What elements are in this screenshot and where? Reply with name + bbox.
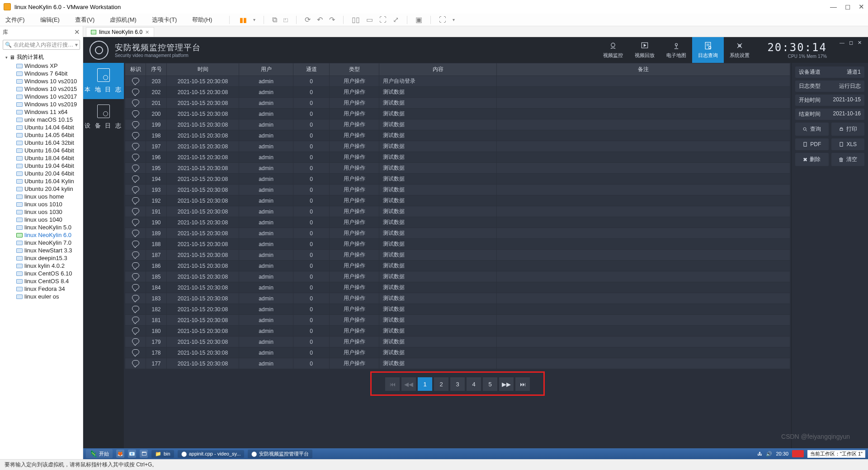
files-icon[interactable]: 🗔 xyxy=(140,450,148,458)
pause-icon[interactable]: ▮▮ xyxy=(240,16,247,24)
table-row[interactable]: 1922021-10-15 20:30:08admin0用户操作测试数据 xyxy=(125,195,790,206)
table-row[interactable]: 1822021-10-15 20:30:08admin0用户操作测试数据 xyxy=(125,304,790,315)
table-row[interactable]: 1982021-10-15 20:30:08admin0用户操作测试数据 xyxy=(125,130,790,141)
vm-tree-item[interactable]: Windows 11 x64 xyxy=(0,108,83,116)
close-icon[interactable]: ✕ xyxy=(859,3,864,11)
task-editor[interactable]: ⬤appinit.cpp - video_sy... xyxy=(178,450,245,458)
vm-tree-item[interactable]: Windows 10 vs2010 xyxy=(0,77,83,85)
print-button[interactable]: 打印 xyxy=(831,123,865,136)
vm-tree-item[interactable]: Ubuntu 20.04 kylin xyxy=(0,185,83,193)
table-row[interactable]: 1992021-10-15 20:30:08admin0用户操作测试数据 xyxy=(125,119,790,130)
page-first-icon[interactable]: ⏮ xyxy=(385,377,400,391)
clear-button[interactable]: 🗑清空 xyxy=(831,153,865,166)
fit-guest-icon[interactable]: ⛶ xyxy=(379,16,387,24)
table-row[interactable]: 1812021-10-15 20:30:08admin0用户操作测试数据 xyxy=(125,315,790,326)
vm-tree-item[interactable]: linux CentOS 6.10 xyxy=(0,270,83,277)
column-header[interactable]: 备注 xyxy=(497,63,790,76)
unity-icon[interactable]: ▭ xyxy=(366,15,373,24)
page-number[interactable]: 4 xyxy=(467,377,481,391)
stretch-icon[interactable]: ⤢ xyxy=(393,15,399,24)
table-row[interactable]: 1892021-10-15 20:30:08admin0用户操作测试数据 xyxy=(125,228,790,239)
tray-record-icon[interactable] xyxy=(792,450,804,457)
nav-log[interactable]: 日志查询 xyxy=(692,37,724,63)
query-button[interactable]: 查询 xyxy=(795,123,829,136)
column-header[interactable]: 时间 xyxy=(167,63,239,76)
table-row[interactable]: 1952021-10-15 20:30:08admin0用户操作测试数据 xyxy=(125,163,790,174)
vm-tree-item[interactable]: linux kylin 4.0.2 xyxy=(0,262,83,270)
table-row[interactable]: 1882021-10-15 20:30:08admin0用户操作测试数据 xyxy=(125,239,790,250)
vm-tree-item[interactable]: linux NeoKylin 6.0 xyxy=(0,231,83,239)
vm-tree-item[interactable]: Ubuntu 16.04 64bit xyxy=(0,147,83,154)
library-search[interactable]: 🔍 在此处键入内容进行搜… ▾ xyxy=(3,40,80,50)
vm-tree-item[interactable]: unix macOS 10.15 xyxy=(0,116,83,123)
vm-tree-item[interactable]: linux NeoKylin 7.0 xyxy=(0,239,83,247)
table-row[interactable]: 1862021-10-15 20:30:08admin0用户操作测试数据 xyxy=(125,261,790,271)
vm-tree-item[interactable]: linux Fedora 34 xyxy=(0,285,83,293)
minimize-icon[interactable]: — xyxy=(830,3,837,11)
start-menu[interactable]: 🦎开始 xyxy=(86,449,113,458)
workspace-indicator[interactable]: 当前工作区："工作区 1" xyxy=(807,450,865,458)
nav-map[interactable]: 电子地图 xyxy=(660,37,692,63)
start-date-input[interactable]: 开始时间2021-10-15 xyxy=(795,95,864,106)
tab-local-log[interactable]: 本 地 日 志 xyxy=(83,63,124,99)
log-type-select[interactable]: 日志类型运行日志 xyxy=(795,81,864,92)
vm-tree-item[interactable]: linux NeoKylin 5.0 xyxy=(0,223,83,231)
table-row[interactable]: 1872021-10-15 20:30:08admin0用户操作测试数据 xyxy=(125,250,790,261)
maximize-icon[interactable]: ◻ xyxy=(845,3,850,11)
table-row[interactable]: 1782021-10-15 20:30:08admin0用户操作测试数据 xyxy=(125,347,790,358)
menu-item[interactable]: 文件(F) xyxy=(5,16,25,24)
tray-network-icon[interactable]: 🖧 xyxy=(757,451,762,456)
vm-tree-item[interactable]: Ubuntu 18.04 64bit xyxy=(0,154,83,162)
dropdown-icon[interactable]: ▾ xyxy=(75,42,78,48)
vm-tree-item[interactable]: Ubuntu 19.04 64bit xyxy=(0,162,83,170)
app-maximize-icon[interactable]: ◻ xyxy=(849,40,853,46)
vm-tree-item[interactable]: Windows 7 64bit xyxy=(0,70,83,77)
vm-tree-item[interactable]: Ubuntu 20.04 64bit xyxy=(0,170,83,177)
table-row[interactable]: 1802021-10-15 20:30:08admin0用户操作测试数据 xyxy=(125,326,790,337)
vm-tree[interactable]: ▾🖥我的计算机 Windows XPWindows 7 64bitWindows… xyxy=(0,52,83,459)
menu-item[interactable]: 选项卡(T) xyxy=(152,16,177,24)
nav-video[interactable]: 视频监控 xyxy=(597,37,629,63)
clock-fwd-icon[interactable]: ↷ xyxy=(329,15,335,24)
table-row[interactable]: 1972021-10-15 20:30:08admin0用户操作测试数据 xyxy=(125,141,790,152)
tray-time[interactable]: 20:30 xyxy=(776,451,788,456)
table-row[interactable]: 1902021-10-15 20:30:08admin0用户操作测试数据 xyxy=(125,217,790,228)
app-close-icon[interactable]: ✕ xyxy=(858,40,862,46)
vm-tree-item[interactable]: Ubuntu 14.04 64bit xyxy=(0,123,83,131)
linux-taskbar[interactable]: 🦎开始 🦊 📧 🗔 📁bin ⬤appinit.cpp - video_sy..… xyxy=(83,448,868,459)
menu-item[interactable]: 帮助(H) xyxy=(192,16,212,24)
tab-device-log[interactable]: 设 备 日 志 xyxy=(83,99,124,135)
table-row[interactable]: 1932021-10-15 20:30:08admin0用户操作测试数据 xyxy=(125,185,790,195)
screenshot-icon[interactable]: ⏍ xyxy=(283,16,288,24)
device-channel-select[interactable]: 设备通道通道1 xyxy=(795,66,864,78)
task-security-app[interactable]: ⬤安防视频监控管理平台 xyxy=(248,450,312,458)
table-row[interactable]: 2032021-10-15 20:30:08admin0用户操作用户自动登录 xyxy=(125,76,790,87)
table-row[interactable]: 1912021-10-15 20:30:08admin0用户操作测试数据 xyxy=(125,206,790,217)
single-view-icon[interactable]: ▯▯ xyxy=(352,15,360,24)
column-header[interactable]: 用户 xyxy=(239,63,293,76)
table-row[interactable]: 1832021-10-15 20:30:08admin0用户操作测试数据 xyxy=(125,293,790,304)
vm-tree-item[interactable]: Windows XP xyxy=(0,62,83,70)
tree-root[interactable]: ▾🖥我的计算机 xyxy=(0,52,83,62)
menu-item[interactable]: 查看(V) xyxy=(75,16,94,24)
end-date-input[interactable]: 结束时间2021-10-16 xyxy=(795,109,864,120)
refresh-icon[interactable]: ⟳ xyxy=(305,15,311,24)
console-icon[interactable]: ▣ xyxy=(415,15,422,24)
export-pdf-button[interactable]: PDF xyxy=(795,138,829,150)
page-next-icon[interactable]: ▶▶ xyxy=(499,377,514,391)
mail-icon[interactable]: 📧 xyxy=(128,450,136,458)
vm-tree-item[interactable]: Windows 10 vs2015 xyxy=(0,85,83,93)
column-header[interactable]: 通道 xyxy=(293,63,330,76)
vm-tree-item[interactable]: linux uos 1010 xyxy=(0,200,83,208)
export-xls-button[interactable]: XLS xyxy=(831,138,865,150)
nav-settings[interactable]: 系统设置 xyxy=(724,37,755,63)
vm-tree-item[interactable]: linux euler os xyxy=(0,293,83,300)
table-row[interactable]: 1852021-10-15 20:30:08admin0用户操作测试数据 xyxy=(125,271,790,282)
delete-button[interactable]: ✖删除 xyxy=(795,153,829,166)
page-number[interactable]: 1 xyxy=(418,377,432,391)
table-row[interactable]: 1792021-10-15 20:30:08admin0用户操作测试数据 xyxy=(125,337,790,347)
column-header[interactable]: 序号 xyxy=(146,63,167,76)
vm-tree-item[interactable]: linux uos 1040 xyxy=(0,216,83,223)
vm-tree-item[interactable]: Windows 10 vs2017 xyxy=(0,93,83,100)
page-prev-icon[interactable]: ◀◀ xyxy=(401,377,416,391)
